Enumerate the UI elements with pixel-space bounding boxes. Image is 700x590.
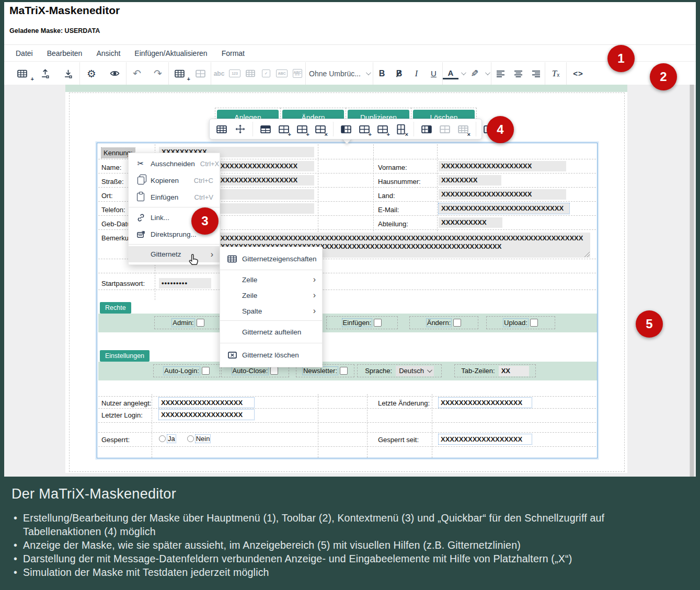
admin-checkbox[interactable] — [197, 319, 204, 327]
einfuegen-checkbox-cell: Einfügen: — [326, 316, 398, 329]
redo-icon[interactable]: ↷ — [147, 62, 168, 85]
vorname-field[interactable]: XXXXXXXXXXXXXXXXXXXX — [439, 161, 566, 171]
submenu-item-zeile[interactable]: Zeile › — [220, 287, 322, 303]
undo-icon[interactable]: ↶ — [127, 62, 147, 85]
einfuegen-checkbox[interactable] — [374, 319, 382, 327]
row-header-icon[interactable] — [259, 122, 272, 136]
nein-label: Nein — [196, 435, 211, 443]
download-icon[interactable] — [56, 62, 79, 85]
menu-format[interactable]: Format — [222, 49, 245, 57]
highlight-pen-icon[interactable]: ✎ — [467, 62, 483, 85]
context-menu-item-kopieren[interactable]: Kopieren Ctrl+C — [129, 172, 220, 189]
cell-properties-icon[interactable] — [420, 122, 433, 136]
land-label: Land: — [378, 192, 395, 200]
new-mask-icon[interactable] — [10, 67, 33, 80]
underline-icon[interactable]: U — [425, 62, 442, 85]
menu-datei[interactable]: Datei — [16, 49, 33, 57]
insert-row-above-icon[interactable] — [277, 122, 291, 136]
preview-eye-icon[interactable] — [103, 62, 126, 85]
upload-checkbox[interactable] — [530, 319, 538, 327]
scrollbar-thumb[interactable] — [690, 85, 694, 477]
menu-item-label: Kopieren — [151, 177, 189, 184]
list-field-icon[interactable]: ABC== — [290, 62, 305, 85]
align-right-icon[interactable] — [527, 62, 545, 85]
align-left-icon[interactable] — [491, 62, 509, 85]
context-menu-item-gitternetz[interactable]: Gitternetz › — [129, 246, 220, 262]
column-header-icon[interactable] — [339, 122, 353, 136]
text-field-icon[interactable]: abc — [211, 62, 227, 85]
sprache-select[interactable]: Deutsch — [396, 366, 434, 376]
gesperrt-seit-field[interactable]: XXXXXXXXXXXXXXXXXX — [439, 434, 532, 444]
newsletter-checkbox[interactable] — [340, 367, 348, 375]
bold-off-icon[interactable]: B — [391, 62, 408, 85]
gesperrt-seit-label: Gesperrt seit: — [378, 436, 419, 444]
menu-bearbeiten[interactable]: Bearbeiten — [47, 49, 83, 57]
tab-zeilen-field[interactable]: XX — [499, 366, 529, 376]
table-layout-icon[interactable] — [190, 62, 211, 85]
insert-table-icon[interactable] — [169, 67, 190, 80]
strasse-label: Straße: — [101, 178, 124, 186]
submenu-item-gitternetz-loeschen[interactable]: Gitternetz löschen — [220, 345, 322, 365]
page-title: MaTriX-Maskeneditor — [9, 4, 120, 17]
context-menu-item-einfuegen[interactable]: Einfügen Ctrl+V — [129, 189, 220, 205]
menu-divider — [220, 270, 322, 270]
submenu-item-spalte[interactable]: Spalte › — [220, 303, 322, 319]
nein-radio[interactable] — [187, 435, 194, 442]
merge-cells-icon[interactable] — [438, 122, 452, 136]
letzte-aenderung-label: Letzte Änderung: — [378, 399, 430, 407]
abteilung-field[interactable]: XXXXXXXXXX — [439, 217, 502, 228]
aendern-checkbox[interactable] — [453, 319, 461, 327]
align-center-icon[interactable] — [509, 62, 527, 85]
nutzer-angelegt-field[interactable]: XXXXXXXXXXXXXXXXXX — [159, 398, 254, 408]
split-cell-icon[interactable] — [456, 122, 470, 136]
menu-ansicht[interactable]: Ansicht — [96, 49, 120, 57]
menu-einfuegen-aktualisieren[interactable]: Einfügen/Aktualisieren — [134, 49, 207, 57]
callout-badge-1: 1 — [607, 45, 635, 72]
delete-row-icon[interactable] — [314, 122, 327, 136]
submenu-arrow-icon: › — [313, 306, 316, 316]
submenu-item-zelle[interactable]: Zelle › — [220, 272, 322, 287]
insert-column-right-icon[interactable] — [376, 122, 389, 136]
chevron-down-icon[interactable] — [483, 62, 491, 85]
abteilung-label: Abteilung: — [378, 220, 408, 228]
upload-icon[interactable] — [33, 62, 56, 85]
insert-column-left-icon[interactable] — [358, 122, 371, 136]
resize-handle[interactable] — [584, 252, 590, 257]
context-menu-item-ausschneiden[interactable]: ✂ Ausschneiden Ctrl+X — [129, 155, 220, 172]
sprache-label: Sprache: — [365, 367, 392, 375]
clear-formatting-icon[interactable]: Tx — [545, 62, 566, 85]
auto-login-checkbox[interactable] — [202, 367, 210, 375]
number-field-icon[interactable]: 123 — [227, 62, 243, 85]
email-field[interactable]: XXXXXXXXXXXXXXXXXXXXXXXXXXX — [439, 203, 569, 214]
callout-badge-3: 3 — [191, 207, 219, 235]
table-icon[interactable] — [215, 122, 228, 136]
letzter-login-field[interactable]: XXXXXXXXXXXXXXXXXX — [159, 410, 254, 420]
submenu-item-gitternetz-aufteilen[interactable]: Gitternetz aufteilen — [220, 322, 322, 341]
aendern-label: Ändern: — [427, 319, 452, 327]
date-check-field-icon[interactable]: ✓ — [258, 62, 274, 85]
code-view-icon[interactable]: <> — [567, 62, 590, 85]
toolbar: ⚙ ↶ ↷ abc 123 ✓ ABC ABC== Ohne Umbrüc...… — [4, 62, 696, 85]
menu-item-label: Spalte — [242, 307, 308, 315]
settings-gear-icon[interactable]: ⚙ — [80, 62, 103, 85]
italic-icon[interactable]: I — [408, 62, 425, 85]
font-color-icon[interactable]: A — [443, 67, 458, 79]
caps-field-icon[interactable]: ABC — [274, 62, 290, 85]
table-field-icon[interactable] — [243, 62, 258, 85]
ja-radio[interactable] — [159, 435, 166, 442]
hausnummer-field[interactable]: XXXXXXXX — [439, 175, 501, 186]
letzte-aenderung-field[interactable]: XXXXXXXXXXXXXXXXXX — [439, 398, 532, 408]
auto-login-cell: Auto-Login: — [153, 364, 220, 377]
chevron-down-icon[interactable] — [458, 62, 467, 85]
submenu-item-gitternetzeigenschaften[interactable]: Gitternetzeigenschaften — [220, 249, 322, 268]
tab-zeilen-cell: Tab-Zeilen: XX — [454, 364, 536, 377]
insert-row-below-icon[interactable] — [295, 122, 309, 136]
delete-column-icon[interactable] — [394, 122, 408, 136]
quickbar-separator — [333, 122, 334, 136]
bold-icon[interactable]: B — [373, 62, 391, 85]
land-field[interactable]: XXXXXXXXXXXXXXXXXXXX — [439, 189, 566, 200]
startpasswort-field[interactable]: ••••••••• — [159, 278, 211, 288]
format-select[interactable]: Ohne Umbrüc... — [306, 62, 373, 85]
auto-close-checkbox[interactable] — [270, 367, 278, 375]
move-table-icon[interactable] — [233, 122, 247, 136]
